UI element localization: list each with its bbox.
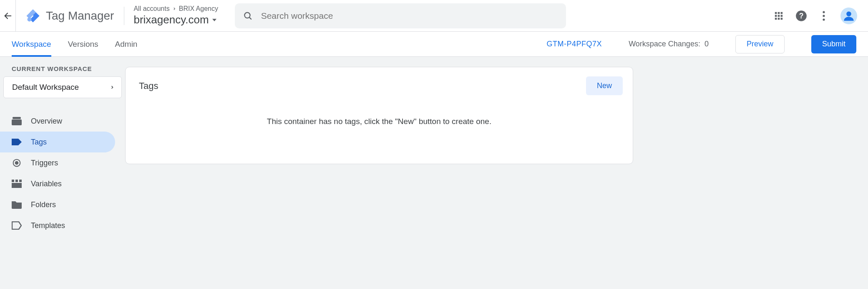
svg-rect-22 — [12, 119, 22, 125]
tab-row: Workspace Versions Admin GTM-P4PFQ7X Wor… — [0, 32, 868, 57]
svg-point-18 — [823, 11, 825, 13]
svg-point-25 — [15, 162, 18, 165]
container-name: brixagency.com — [133, 13, 209, 26]
nav-label: Folders — [31, 200, 56, 209]
more-vert-icon — [823, 11, 825, 21]
svg-point-21 — [846, 11, 851, 16]
svg-point-5 — [244, 12, 250, 18]
svg-rect-13 — [775, 18, 777, 20]
svg-rect-27 — [12, 180, 14, 182]
sidebar-nav: Overview Tags Triggers Variables Folders — [0, 111, 125, 236]
help-button[interactable]: ? — [795, 10, 807, 22]
trigger-icon — [12, 159, 22, 167]
overview-icon — [12, 117, 22, 125]
nav-label: Tags — [31, 138, 47, 147]
sidebar: CURRENT WORKSPACE Default Workspace Over… — [0, 57, 125, 236]
tag-icon — [12, 138, 22, 146]
nav-triggers[interactable]: Triggers — [0, 152, 115, 173]
empty-state-message: This container has no tags, click the "N… — [126, 104, 633, 126]
variable-icon — [12, 180, 22, 188]
apps-grid-icon — [774, 11, 783, 20]
svg-rect-26 — [12, 183, 22, 188]
preview-button[interactable]: Preview — [735, 35, 785, 53]
main-content: Tags New This container has no tags, cli… — [125, 57, 633, 236]
nav-variables[interactable]: Variables — [0, 173, 115, 194]
workspace-name: Default Workspace — [12, 83, 79, 92]
more-button[interactable] — [818, 10, 830, 22]
svg-point-20 — [823, 18, 825, 20]
new-tag-button[interactable]: New — [586, 76, 623, 95]
svg-rect-29 — [19, 180, 22, 182]
svg-rect-12 — [781, 15, 783, 17]
nav-templates[interactable]: Templates — [0, 215, 115, 236]
svg-rect-9 — [781, 12, 783, 14]
caret-down-icon — [212, 18, 216, 22]
account-avatar[interactable] — [840, 8, 857, 24]
workspace-changes: Workspace Changes: 0 — [629, 40, 709, 48]
svg-rect-7 — [775, 12, 777, 14]
svg-rect-8 — [778, 12, 780, 14]
workspace-selector[interactable]: Default Workspace — [3, 76, 122, 98]
folder-icon — [12, 200, 22, 209]
svg-rect-11 — [778, 15, 780, 17]
tags-card: Tags New This container has no tags, cli… — [125, 67, 633, 164]
tab-versions[interactable]: Versions — [68, 32, 98, 57]
account-selector[interactable]: All accounts BRIX Agency brixagency.com — [124, 5, 227, 26]
workspace-changes-label: Workspace Changes: — [629, 40, 700, 48]
svg-rect-10 — [775, 15, 777, 17]
back-button[interactable] — [0, 0, 16, 32]
svg-point-3 — [28, 17, 32, 21]
nav-label: Templates — [31, 221, 65, 230]
logo-title-block: Tag Manager — [16, 9, 124, 23]
chevron-right-icon — [110, 85, 115, 90]
search-icon — [243, 11, 253, 21]
template-icon — [12, 221, 22, 230]
svg-rect-28 — [15, 180, 18, 182]
search-input[interactable] — [261, 11, 558, 21]
current-workspace-label: CURRENT WORKSPACE — [0, 65, 125, 76]
search-box[interactable] — [235, 3, 566, 28]
submit-button[interactable]: Submit — [811, 35, 856, 53]
svg-text:?: ? — [799, 11, 804, 20]
breadcrumb-account: BRIX Agency — [179, 5, 218, 13]
header-actions: ? — [773, 8, 860, 24]
breadcrumb: All accounts BRIX Agency — [133, 5, 218, 13]
app-title: Tag Manager — [46, 9, 114, 23]
svg-rect-14 — [778, 18, 780, 20]
top-header: Tag Manager All accounts BRIX Agency bri… — [0, 0, 868, 32]
nav-label: Triggers — [31, 159, 58, 167]
card-title: Tags — [139, 81, 158, 91]
svg-rect-15 — [781, 18, 783, 20]
svg-line-6 — [249, 17, 252, 19]
nav-overview[interactable]: Overview — [0, 111, 115, 132]
apps-button[interactable] — [773, 10, 785, 22]
workspace-changes-count: 0 — [704, 40, 709, 48]
person-icon — [843, 10, 855, 22]
nav-label: Overview — [31, 117, 62, 126]
tab-workspace[interactable]: Workspace — [12, 32, 51, 57]
nav-label: Variables — [31, 180, 62, 188]
svg-marker-4 — [212, 19, 216, 21]
container-id[interactable]: GTM-P4PFQ7X — [547, 40, 602, 48]
gtm-logo-icon — [26, 9, 40, 23]
help-icon: ? — [795, 10, 807, 22]
svg-rect-23 — [13, 117, 21, 119]
nav-tags[interactable]: Tags — [0, 132, 115, 152]
tab-admin[interactable]: Admin — [115, 32, 138, 57]
nav-folders[interactable]: Folders — [0, 194, 115, 215]
body-area: CURRENT WORKSPACE Default Workspace Over… — [0, 57, 868, 236]
arrow-left-icon — [3, 11, 13, 20]
chevron-right-icon — [172, 7, 176, 11]
svg-point-19 — [823, 15, 825, 17]
card-header: Tags New — [126, 67, 633, 104]
breadcrumb-root: All accounts — [133, 5, 169, 13]
